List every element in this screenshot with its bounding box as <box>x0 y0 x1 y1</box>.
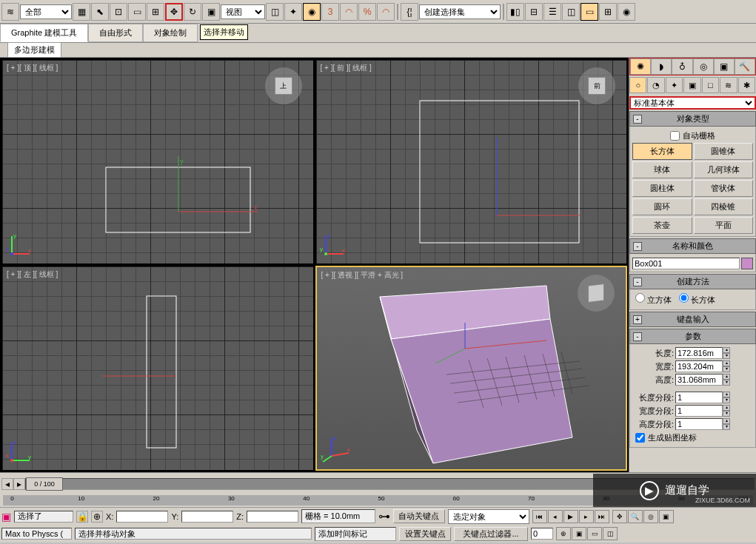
helpers-subtab[interactable]: □ <box>702 77 719 93</box>
view-cube-front[interactable]: 前 <box>578 67 615 104</box>
min-max-icon[interactable]: ◫ <box>603 527 618 540</box>
width-spinner[interactable]: ▴▾ <box>723 360 730 372</box>
teapot-button[interactable]: 茶壶 <box>632 217 692 234</box>
box-radio[interactable] <box>679 293 689 303</box>
z-input[interactable] <box>247 511 298 523</box>
curve-editor-icon[interactable]: ▭ <box>581 3 598 21</box>
viewport-left-label[interactable]: [ + ][ 左 ][ 线框 ] <box>7 269 58 280</box>
schematic-view-icon[interactable]: ⊞ <box>599 3 617 21</box>
pivot-icon[interactable]: ◫ <box>266 3 284 21</box>
layers-icon[interactable]: ☰ <box>543 3 561 21</box>
select-rotate-button[interactable]: ↻ <box>184 3 201 21</box>
next-frame-icon[interactable]: ▸ <box>579 510 594 523</box>
select-name-icon[interactable]: ⊡ <box>110 3 127 21</box>
object-color-swatch[interactable] <box>741 258 753 269</box>
lseg-spinner[interactable]: ▴▾ <box>723 392 730 403</box>
viewport-perspective[interactable]: [ + ][ 透视 ][ 平滑 + 高光 ] <box>315 266 628 471</box>
box-button[interactable]: 长方体 <box>632 143 692 160</box>
material-editor-icon[interactable]: ◉ <box>618 3 635 21</box>
named-sel-icon[interactable]: {¦ <box>401 3 418 21</box>
viewport-top-label[interactable]: [ + ][ 顶 ][ 线框 ] <box>7 63 58 73</box>
length-input[interactable] <box>675 347 723 359</box>
wseg-input[interactable] <box>675 405 723 417</box>
utilities-tab[interactable]: 🔨 <box>735 58 755 75</box>
y-input[interactable] <box>181 511 233 523</box>
abs-rel-icon[interactable]: ⊕ <box>91 511 103 523</box>
window-cross-icon[interactable]: ⊞ <box>147 3 164 21</box>
cone-button[interactable]: 圆锥体 <box>694 143 754 160</box>
maxscript-input[interactable] <box>1 528 72 540</box>
lock-icon[interactable]: 🔒 <box>76 511 88 523</box>
pointer-icon[interactable]: ⬉ <box>91 3 109 21</box>
spacewarp-subtab[interactable]: ≋ <box>720 77 737 93</box>
pyramid-button[interactable]: 四棱锥 <box>694 198 754 215</box>
angle-snap-icon[interactable]: 3 <box>321 3 339 21</box>
object-type-header[interactable]: -对象类型 <box>629 111 756 127</box>
height-input[interactable] <box>675 374 723 386</box>
shapes-subtab[interactable]: ◔ <box>647 77 664 93</box>
rect-select-icon[interactable]: ▭ <box>128 3 146 21</box>
lights-subtab[interactable]: ✦ <box>666 77 683 93</box>
orbit-icon[interactable]: ◎ <box>643 510 658 523</box>
height-spinner[interactable]: ▴▾ <box>723 374 730 386</box>
hseg-spinner[interactable]: ▴▾ <box>723 418 730 430</box>
align-icon[interactable]: ⊟ <box>525 3 543 21</box>
goto-end-icon[interactable]: ⏭ <box>595 510 609 523</box>
create-method-header[interactable]: -创建方法 <box>629 274 756 289</box>
viewport-persp-label[interactable]: [ + ][ 透视 ][ 平滑 + 高光 ] <box>321 270 404 281</box>
tab-graphite[interactable]: Graphite 建模工具 <box>0 24 88 42</box>
viewport-front-label[interactable]: [ + ][ 前 ][ 线框 ] <box>321 63 372 73</box>
tube-button[interactable]: 管状体 <box>694 180 754 197</box>
timeline-next-icon[interactable]: ▸ <box>13 478 25 490</box>
pan-icon[interactable]: ✥ <box>612 510 627 523</box>
viewport-left[interactable]: [ + ][ 左 ][ 线框 ] z y x <box>1 266 314 471</box>
select-move-button[interactable]: ✥ <box>165 3 183 21</box>
sphere-button[interactable]: 球体 <box>632 161 692 178</box>
play-icon[interactable]: ▶ <box>563 510 578 523</box>
time-slider-handle[interactable]: 0 / 100 <box>26 477 63 491</box>
box-radio-label[interactable]: 长方体 <box>679 293 715 306</box>
torus-button[interactable]: 圆环 <box>632 198 692 215</box>
keyboard-entry-header[interactable]: +键盘输入 <box>629 312 756 327</box>
modify-tab[interactable]: ◗ <box>651 58 672 75</box>
wseg-spinner[interactable]: ▴▾ <box>723 405 730 417</box>
select-scale-button[interactable]: ▣ <box>202 3 220 21</box>
name-color-header[interactable]: -名称和颜色 <box>629 238 756 254</box>
cube-radio[interactable] <box>635 293 645 303</box>
timeline-prev-icon[interactable]: ◂ <box>1 478 13 490</box>
manipulate-icon[interactable]: ✦ <box>284 3 302 21</box>
object-name-input[interactable] <box>632 258 740 269</box>
sub-tab-poly[interactable]: 多边形建模 <box>7 42 61 58</box>
zoom-icon[interactable]: 🔍 <box>628 510 643 523</box>
selection-filter-dropdown[interactable]: 全部 <box>20 4 72 19</box>
add-time-tag[interactable]: 添加时间标记 <box>315 527 396 541</box>
x-input[interactable] <box>116 511 168 523</box>
plane-button[interactable]: 平面 <box>694 217 754 234</box>
key-filter-button[interactable]: 关键点过滤器... <box>454 527 528 541</box>
tab-freeform[interactable]: 自由形式 <box>88 24 143 42</box>
spinner-snap-icon[interactable]: % <box>358 3 376 21</box>
snap-toggle-button[interactable]: ◉ <box>303 3 321 21</box>
fov-icon[interactable]: ▭ <box>587 527 602 540</box>
cylinder-button[interactable]: 圆柱体 <box>632 180 692 197</box>
set-key-button[interactable]: 设置关键点 <box>399 527 451 541</box>
lseg-input[interactable] <box>675 392 723 403</box>
cameras-subtab[interactable]: ▣ <box>683 77 700 93</box>
auto-key-button[interactable]: 自动关键点 <box>393 509 445 523</box>
auto-grid-checkbox[interactable] <box>670 131 680 141</box>
viewport-front[interactable]: [ + ][ 前 ][ 线框 ] 前 z x y <box>315 59 628 264</box>
hierarchy-tab[interactable]: ♁ <box>672 58 692 75</box>
geometry-subtab[interactable]: ○ <box>629 77 646 93</box>
current-frame-input[interactable] <box>531 528 553 540</box>
viewport-top[interactable]: [ + ][ 顶 ][ 线框 ] 上 y x y x z <box>1 59 314 264</box>
ref-coord-dropdown[interactable]: 视图 <box>221 4 265 19</box>
hseg-input[interactable] <box>675 418 723 430</box>
max-toggle-icon[interactable]: ▣ <box>659 510 674 523</box>
mirror-icon[interactable]: ▮▯ <box>506 3 524 21</box>
zoom-ext-icon[interactable]: ▣ <box>572 527 586 540</box>
gen-coords-checkbox[interactable] <box>635 433 645 443</box>
width-input[interactable] <box>675 360 723 372</box>
tab-object-paint[interactable]: 对象绘制 <box>143 24 198 42</box>
display-tab[interactable]: ▣ <box>714 58 735 75</box>
undo-redo-icon[interactable]: ≋ <box>1 3 19 21</box>
